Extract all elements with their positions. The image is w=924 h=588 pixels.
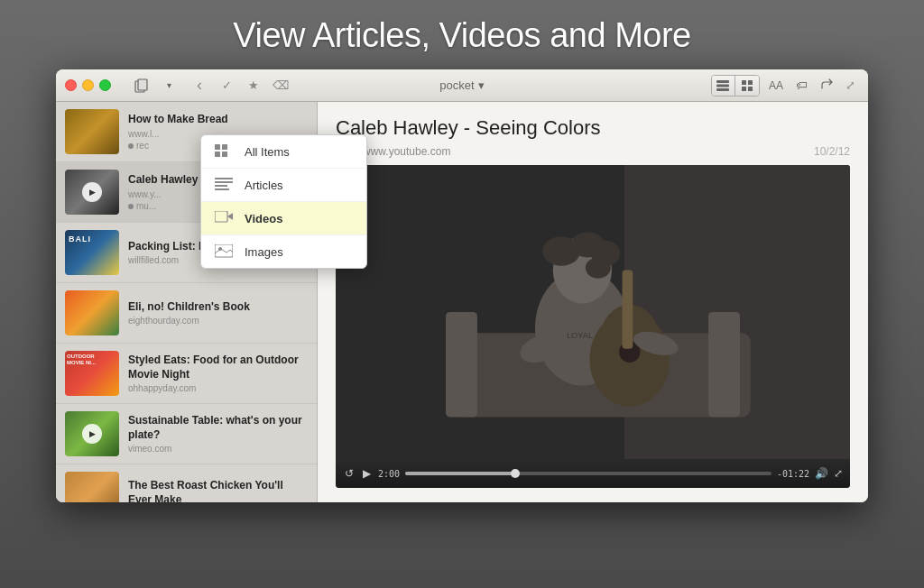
outdoor-label: OUTDOORMOVIE NI...	[67, 354, 96, 366]
item-info: Styled Eats: Food for an Outdoor Movie N…	[128, 354, 308, 393]
view-toggle	[711, 75, 760, 96]
list-view-button[interactable]	[712, 76, 735, 96]
font-size-button[interactable]: AA	[765, 78, 787, 94]
list-item[interactable]: ▶ Sustainable Table: what's on your plat…	[56, 404, 317, 464]
svg-rect-28	[222, 144, 227, 150]
title-bar-center: pocket ▾	[439, 78, 484, 92]
item-info: Sustainable Table: what's on your plate?…	[128, 414, 308, 454]
dropdown-item-videos[interactable]: Videos	[201, 202, 366, 235]
svg-rect-29	[215, 152, 220, 157]
svg-rect-13	[708, 312, 740, 417]
dropdown-toggle[interactable]: ▾	[156, 75, 181, 96]
svg-rect-35	[215, 211, 227, 222]
play-icon: ▶	[82, 424, 102, 444]
svg-rect-4	[716, 88, 729, 91]
svg-rect-30	[222, 152, 227, 157]
dropdown-item-images[interactable]: Images	[201, 235, 366, 268]
check-button[interactable]: ✓	[214, 75, 239, 96]
grid-view-button[interactable]	[735, 76, 759, 96]
svg-rect-5	[742, 80, 746, 85]
toolbar-nav: ‹ ✓ ★ ⌫	[187, 75, 293, 96]
play-button[interactable]: ▶	[361, 465, 373, 482]
svg-point-19	[586, 257, 611, 278]
images-icon	[214, 243, 234, 260]
progress-fill	[405, 472, 515, 475]
resize-button[interactable]: ⤢	[842, 77, 859, 94]
minimize-button[interactable]	[82, 79, 94, 91]
item-title: Sustainable Table: what's on your plate?	[128, 414, 308, 442]
item-title: Styled Eats: Food for an Outdoor Movie N…	[128, 354, 308, 381]
dropdown-item-all-items[interactable]: All Items	[201, 135, 366, 169]
videos-label: Videos	[245, 212, 282, 225]
dropdown-item-articles[interactable]: Articles	[201, 169, 366, 202]
progress-bar[interactable]	[405, 472, 772, 475]
articles-icon	[214, 177, 234, 193]
item-thumbnail	[65, 109, 119, 154]
star-button[interactable]: ★	[241, 75, 266, 96]
item-url: eighthourday.com	[128, 316, 308, 326]
article-meta: www.youtube.com 10/2/12	[336, 145, 850, 158]
article-header: Caleb Hawley - Seeing Colors www.youtube…	[336, 116, 850, 158]
svg-rect-1	[138, 79, 147, 90]
item-info: The Best Roast Chicken You'll Ever Make	[128, 479, 308, 502]
svg-rect-31	[215, 178, 233, 179]
item-thumbnail: ▶	[65, 411, 119, 456]
articles-label: Articles	[245, 179, 283, 192]
svg-rect-27	[215, 144, 220, 150]
list-item[interactable]: The Best Roast Chicken You'll Ever Make	[56, 464, 317, 502]
svg-rect-6	[748, 80, 753, 85]
svg-rect-23	[623, 270, 633, 348]
article-url: www.youtube.com	[363, 145, 450, 158]
progress-handle[interactable]	[511, 469, 520, 478]
app-window: pocket ▾ ▾ ‹ ✓ ★ ⌫	[56, 69, 868, 502]
main-content: Caleb Hawley - Seeing Colors www.youtube…	[318, 102, 868, 502]
svg-rect-12	[446, 312, 477, 417]
video-player: LOYAL ↺ ▶ 2:00 -01:22 🔊 ⤢	[336, 165, 850, 488]
svg-rect-8	[748, 87, 753, 91]
share-button[interactable]	[817, 76, 836, 95]
item-thumbnail: BALI	[65, 230, 119, 275]
bali-label: BALI	[69, 234, 91, 243]
svg-rect-2	[716, 80, 729, 83]
svg-rect-34	[215, 188, 229, 190]
svg-rect-32	[215, 181, 233, 183]
app-name: pocket	[439, 78, 474, 92]
svg-rect-3	[716, 84, 729, 87]
all-items-label: All Items	[245, 145, 290, 159]
dropdown-menu[interactable]: All Items Articles	[200, 134, 367, 269]
volume-button[interactable]: 🔊	[815, 467, 828, 480]
images-label: Images	[245, 245, 283, 259]
video-controls: ↺ ▶ 2:00 -01:22 🔊 ⤢	[336, 459, 850, 488]
item-url: ohhappyday.com	[128, 383, 308, 393]
svg-text:LOYAL: LOYAL	[567, 331, 593, 340]
list-item[interactable]: Eli, no! Children's Book eighthourday.co…	[56, 283, 317, 344]
item-thumbnail: OUTDOORMOVIE NI...	[65, 351, 119, 396]
article-title: Caleb Hawley - Seeing Colors	[336, 116, 850, 140]
toolbar-left: ▾	[129, 75, 181, 96]
copy-view-button[interactable]	[129, 75, 154, 96]
toolbar-right: AA 🏷 ⤢	[711, 75, 859, 96]
video-content[interactable]: LOYAL	[336, 165, 850, 459]
svg-rect-7	[742, 87, 746, 91]
fullscreen-button[interactable]: ⤢	[834, 467, 843, 480]
item-title: How to Make Bread	[128, 113, 308, 127]
close-button[interactable]	[65, 79, 77, 91]
svg-rect-33	[215, 185, 227, 187]
item-title: Eli, no! Children's Book	[128, 300, 308, 315]
traffic-lights	[65, 79, 111, 91]
app-dropdown-arrow[interactable]: ▾	[478, 78, 485, 92]
trash-button[interactable]: ⌫	[268, 75, 293, 96]
maximize-button[interactable]	[99, 79, 111, 91]
list-item[interactable]: OUTDOORMOVIE NI... Styled Eats: Food for…	[56, 344, 317, 404]
tag-button[interactable]: 🏷	[792, 77, 811, 94]
app-content: How to Make Bread www.l... rec ▶ Caleb H…	[56, 102, 868, 502]
item-thumbnail: ▶	[65, 170, 119, 215]
videos-icon	[214, 210, 234, 226]
back-button[interactable]: ‹	[187, 75, 212, 96]
play-icon: ▶	[82, 182, 102, 202]
replay-button[interactable]: ↺	[343, 465, 356, 482]
item-thumbnail	[65, 472, 119, 502]
article-date: 10/2/12	[814, 145, 850, 158]
item-info: Eli, no! Children's Book eighthourday.co…	[128, 300, 308, 326]
item-title: The Best Roast Chicken You'll Ever Make	[128, 479, 308, 502]
